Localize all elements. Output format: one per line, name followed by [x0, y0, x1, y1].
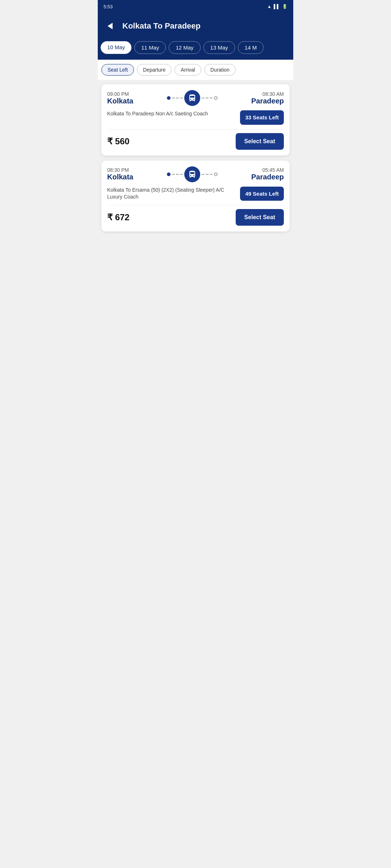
filter-arrival[interactable]: Arrival — [175, 64, 201, 76]
card-2-arrival: 05:45 AM Paradeep — [251, 167, 284, 181]
date-tab-10-may[interactable]: 10 May — [101, 41, 131, 54]
route-dashes-left-2 — [172, 174, 183, 175]
card-2-departure-city: Kolkata — [107, 173, 133, 181]
wifi-icon: ▲ — [267, 4, 272, 9]
card-1-arrival: 08:30 AM Paradeep — [251, 91, 284, 105]
card-1-arrival-time: 08:30 AM — [251, 91, 284, 97]
filter-bar: Seat Left Departure Arrival Duration — [98, 60, 293, 80]
route-dashes-left — [172, 98, 183, 98]
card-2-departure-time: 08:30 PM — [107, 167, 133, 173]
card-2-price: ₹ 672 — [107, 212, 130, 222]
date-tab-14-may[interactable]: 14 M — [238, 41, 264, 54]
date-tab-13-may[interactable]: 13 May — [203, 41, 235, 54]
back-button[interactable] — [104, 20, 117, 33]
card-2-divider — [107, 205, 284, 205]
card-2-top: 08:30 PM Kolkata 05:45 AM — [107, 166, 284, 182]
card-1-bottom: ₹ 560 Select Seat — [107, 133, 284, 150]
page-title: Kolkata To Paradeep — [122, 21, 201, 31]
card-1-route-visual — [133, 90, 251, 106]
card-2-bottom: ₹ 672 Select Seat — [107, 209, 284, 226]
route-dot-end — [214, 96, 218, 100]
bus-svg — [188, 94, 197, 102]
card-2-arrival-time: 05:45 AM — [251, 167, 284, 173]
status-time: 5:53 — [104, 4, 113, 9]
card-2-middle: Kolkata To Ersama (50) (2X2) (Seating Sl… — [107, 187, 284, 201]
card-1-departure-time: 09:00 PM — [107, 91, 133, 97]
battery-icon: 🔋 — [282, 4, 287, 9]
date-tab-12-may[interactable]: 12 May — [169, 41, 200, 54]
route-dashes-right — [202, 98, 213, 98]
signal-icon: ▌▌ — [274, 4, 280, 9]
bus-list: 09:00 PM Kolkata 08:30 AM — [98, 80, 293, 236]
bus-svg-2 — [188, 170, 197, 179]
bus-card-1: 09:00 PM Kolkata 08:30 AM — [101, 84, 290, 156]
card-1-seats-badge: 33 Seats Left — [240, 110, 284, 125]
card-1-departure-city: Kolkata — [107, 97, 133, 105]
bus-icon — [184, 90, 200, 106]
status-bar: 5:53 ▲ ▌▌ 🔋 — [98, 0, 293, 13]
date-tabs: 10 May 11 May 12 May 13 May 14 M — [98, 41, 293, 60]
card-2-departure: 08:30 PM Kolkata — [107, 167, 133, 181]
card-1-middle: Kolkata To Paradeep Non A/c Saeting Coac… — [107, 110, 284, 125]
card-1-arrival-city: Paradeep — [251, 97, 284, 105]
card-1-departure: 09:00 PM Kolkata — [107, 91, 133, 105]
bus-card-2: 08:30 PM Kolkata 05:45 AM — [101, 161, 290, 232]
route-dot-start — [167, 96, 171, 100]
card-2-arrival-city: Paradeep — [251, 173, 284, 181]
card-1-divider — [107, 129, 284, 129]
filter-duration[interactable]: Duration — [204, 64, 236, 76]
route-dot-end-2 — [214, 173, 218, 176]
status-icons: ▲ ▌▌ 🔋 — [267, 4, 287, 9]
card-2-select-button[interactable]: Select Seat — [236, 209, 284, 226]
header: Kolkata To Paradeep — [98, 13, 293, 41]
filter-departure[interactable]: Departure — [137, 64, 172, 76]
date-tab-11-may[interactable]: 11 May — [134, 41, 166, 54]
route-dashes-right-2 — [202, 174, 213, 175]
back-icon — [108, 23, 113, 29]
route-dot-start-2 — [167, 173, 171, 176]
filter-seat-left[interactable]: Seat Left — [101, 64, 134, 76]
card-2-seats-badge: 49 Seats Left — [240, 187, 284, 201]
card-1-top: 09:00 PM Kolkata 08:30 AM — [107, 90, 284, 106]
card-2-description: Kolkata To Ersama (50) (2X2) (Seating Sl… — [107, 187, 240, 201]
card-2-route-visual — [133, 166, 251, 182]
card-1-price: ₹ 560 — [107, 136, 130, 146]
bus-icon-2 — [184, 166, 200, 182]
card-1-description: Kolkata To Paradeep Non A/c Saeting Coac… — [107, 110, 240, 118]
card-1-select-button[interactable]: Select Seat — [236, 133, 284, 150]
